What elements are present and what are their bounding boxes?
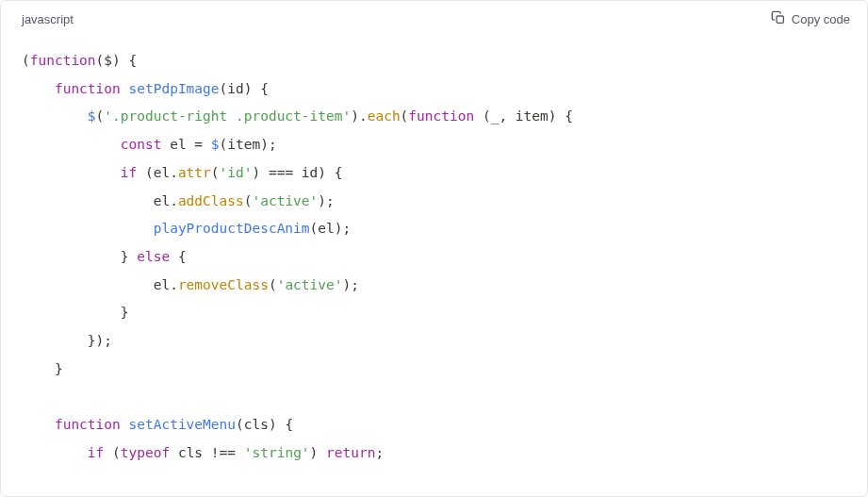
code-token: 'string' [244, 445, 310, 460]
code-token: return [326, 445, 375, 460]
code-content: (function($) { function setPdpImage(id) … [22, 47, 846, 468]
code-token: playProductDescAnim [154, 221, 310, 236]
code-token: { [170, 249, 186, 264]
code-token: ( [269, 277, 277, 292]
code-token: function [30, 53, 96, 68]
code-token: ( [483, 108, 491, 124]
code-token: $ [88, 108, 96, 124]
code-token [22, 333, 88, 348]
code-token: each [368, 108, 401, 124]
code-body[interactable]: (function($) { function setPdpImage(id) … [1, 38, 867, 489]
code-token: 'id' [220, 165, 253, 180]
code-token [22, 108, 88, 124]
code-token: function [55, 81, 121, 96]
code-token: cls [244, 417, 269, 432]
code-token [22, 81, 55, 96]
code-token: (item); [220, 137, 277, 152]
code-token: ) { [112, 53, 137, 68]
code-token [22, 249, 121, 264]
code-token [22, 221, 154, 236]
code-token: } [121, 249, 137, 264]
code-token: else [137, 249, 170, 264]
code-token [474, 108, 483, 124]
code-token [22, 361, 55, 376]
code-token: ); [343, 277, 359, 292]
code-token: ( [236, 417, 244, 432]
code-token: typeof [121, 445, 170, 460]
code-token: ( [211, 165, 220, 180]
code-token: ) { [269, 417, 293, 432]
code-token: id [227, 81, 243, 96]
code-token [22, 277, 154, 292]
code-token [22, 165, 121, 180]
code-token: ( [220, 81, 228, 96]
code-token: _, item [491, 108, 549, 124]
code-token: ). [351, 108, 367, 124]
code-token [121, 417, 129, 432]
code-token: ) [310, 445, 326, 460]
code-token: cls !== [178, 445, 244, 460]
code-token: setPdpImage [129, 81, 220, 96]
code-token: if [121, 165, 137, 180]
language-label: javascript [22, 12, 74, 26]
code-token: removeClass [178, 277, 269, 292]
code-token: } [121, 305, 129, 320]
code-token: ) { [244, 81, 269, 96]
code-token: $ [104, 53, 112, 68]
code-token: ) === id) { [252, 165, 342, 180]
code-token: (el. [145, 165, 178, 180]
code-token: function [408, 108, 474, 124]
code-token [22, 445, 88, 460]
code-token: el. [154, 193, 178, 208]
svg-rect-0 [777, 16, 783, 23]
copy-code-label: Copy code [792, 12, 850, 26]
code-token: if [88, 445, 104, 460]
code-token: '.product-right .product-item' [104, 108, 351, 124]
code-token: ( [22, 53, 30, 68]
code-header: javascript Copy code [1, 1, 867, 38]
code-token: ( [96, 53, 105, 68]
copy-icon [771, 10, 786, 28]
code-token: (el); [310, 221, 352, 236]
code-token: 'active' [277, 277, 343, 292]
code-token: el = [170, 137, 211, 152]
code-token [170, 445, 178, 460]
code-token: } [55, 361, 63, 376]
code-token: ( [112, 445, 121, 460]
code-token [121, 81, 129, 96]
code-token: 'active' [252, 193, 318, 208]
code-token: ( [96, 108, 105, 124]
code-token: ) { [549, 108, 573, 124]
code-token [161, 137, 170, 152]
code-token: const [121, 137, 162, 152]
code-token: attr [178, 165, 211, 180]
code-token [104, 445, 112, 460]
code-token [22, 137, 121, 152]
code-token: el. [154, 277, 178, 292]
code-token [22, 417, 55, 432]
code-token: addClass [178, 193, 244, 208]
code-block: javascript Copy code (function($) { func… [0, 0, 868, 497]
code-token: ); [318, 193, 334, 208]
code-token: }); [88, 333, 112, 348]
code-token: ; [375, 445, 384, 460]
copy-code-button[interactable]: Copy code [771, 10, 850, 28]
code-token [22, 305, 121, 320]
code-token: $ [211, 137, 220, 152]
code-token [22, 193, 154, 208]
code-token: function [55, 417, 121, 432]
code-token: setActiveMenu [129, 417, 237, 432]
code-token [137, 165, 145, 180]
